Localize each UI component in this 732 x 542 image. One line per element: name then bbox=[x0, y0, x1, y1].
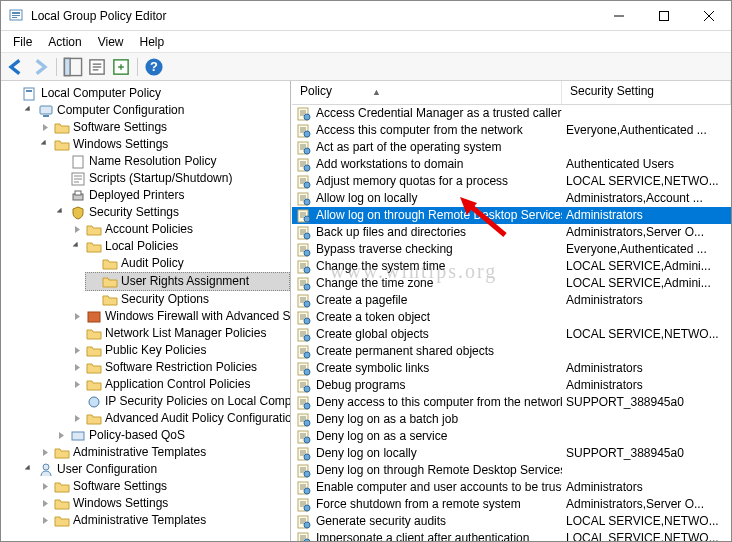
menu-file[interactable]: File bbox=[5, 33, 40, 51]
tree-item[interactable]: Advanced Audit Policy Configuration bbox=[69, 410, 290, 427]
expand-icon[interactable] bbox=[39, 498, 51, 510]
policy-row[interactable]: Create symbolic linksAdministrators bbox=[292, 360, 731, 377]
policy-name: Enable computer and user accounts to be … bbox=[316, 479, 562, 496]
policy-row[interactable]: Create a token object bbox=[292, 309, 731, 326]
expand-icon[interactable] bbox=[71, 362, 83, 374]
expand-icon[interactable] bbox=[55, 430, 67, 442]
policy-item-icon bbox=[296, 412, 312, 428]
policy-row[interactable]: Allow log on locallyAdministrators,Accou… bbox=[292, 190, 731, 207]
policy-row[interactable]: Add workstations to domainAuthenticated … bbox=[292, 156, 731, 173]
policy-row[interactable]: Access Credential Manager as a trusted c… bbox=[292, 105, 731, 122]
expand-icon[interactable] bbox=[71, 224, 83, 236]
svg-point-76 bbox=[304, 505, 310, 511]
tree-item[interactable]: Scripts (Startup/Shutdown) bbox=[53, 170, 290, 187]
tree-item[interactable]: Application Control Policies bbox=[69, 376, 290, 393]
policy-row[interactable]: Deny log on through Remote Desktop Servi… bbox=[292, 462, 731, 479]
help-button[interactable]: ? bbox=[143, 56, 165, 78]
policy-name: Back up files and directories bbox=[316, 224, 466, 241]
policy-row[interactable]: Back up files and directoriesAdministrat… bbox=[292, 224, 731, 241]
expand-icon[interactable] bbox=[71, 311, 83, 323]
policy-row[interactable]: Generate security auditsLOCAL SERVICE,NE… bbox=[292, 513, 731, 530]
tree-user-config[interactable]: User Configuration bbox=[21, 461, 290, 478]
tree-root[interactable]: Local Computer Policy bbox=[5, 85, 290, 102]
close-button[interactable] bbox=[686, 1, 731, 30]
tree-item[interactable]: Public Key Policies bbox=[69, 342, 290, 359]
expand-icon[interactable] bbox=[23, 105, 35, 117]
expand-icon[interactable] bbox=[71, 379, 83, 391]
expand-icon[interactable] bbox=[71, 345, 83, 357]
tree-label: Account Policies bbox=[105, 221, 193, 238]
tree-item[interactable]: Windows Settings bbox=[37, 495, 290, 512]
tree-item[interactable]: IP Security Policies on Local Computer bbox=[69, 393, 290, 410]
tree-item[interactable]: Software Restriction Policies bbox=[69, 359, 290, 376]
col-policy[interactable]: Policy▲ bbox=[292, 81, 562, 104]
menu-action[interactable]: Action bbox=[40, 33, 89, 51]
maximize-button[interactable] bbox=[641, 1, 686, 30]
tree-item[interactable]: Administrative Templates bbox=[37, 444, 290, 461]
policy-row[interactable]: Deny access to this computer from the ne… bbox=[292, 394, 731, 411]
minimize-button[interactable] bbox=[596, 1, 641, 30]
tree-item[interactable]: Software Settings bbox=[37, 478, 290, 495]
tree-item[interactable]: Network List Manager Policies bbox=[69, 325, 290, 342]
policy-row[interactable]: Debug programsAdministrators bbox=[292, 377, 731, 394]
expand-icon[interactable] bbox=[71, 241, 83, 253]
menu-help[interactable]: Help bbox=[132, 33, 173, 51]
policy-row[interactable]: Bypass traverse checkingEveryone,Authent… bbox=[292, 241, 731, 258]
policy-row[interactable]: Enable computer and user accounts to be … bbox=[292, 479, 731, 496]
policy-row[interactable]: Impersonate a client after authenticatio… bbox=[292, 530, 731, 541]
policy-row[interactable]: Deny log on as a batch job bbox=[292, 411, 731, 428]
policy-row[interactable]: Force shutdown from a remote systemAdmin… bbox=[292, 496, 731, 513]
policy-row[interactable]: Deny log on as a service bbox=[292, 428, 731, 445]
policy-item-icon bbox=[296, 208, 312, 224]
policy-row[interactable]: Create global objectsLOCAL SERVICE,NETWO… bbox=[292, 326, 731, 343]
forward-button[interactable] bbox=[29, 56, 51, 78]
tree-item[interactable]: Administrative Templates bbox=[37, 512, 290, 529]
policy-name: Add workstations to domain bbox=[316, 156, 463, 173]
column-headers: Policy▲ Security Setting bbox=[292, 81, 731, 105]
expand-icon[interactable] bbox=[39, 139, 51, 151]
collapse-icon[interactable] bbox=[7, 88, 19, 100]
expand-icon[interactable] bbox=[23, 464, 35, 476]
policy-row[interactable]: Change the time zoneLOCAL SERVICE,Admini… bbox=[292, 275, 731, 292]
expand-icon[interactable] bbox=[39, 447, 51, 459]
tree-computer-config[interactable]: Computer Configuration bbox=[21, 102, 290, 119]
tree-user-rights-assignment[interactable]: User Rights Assignment bbox=[85, 272, 290, 291]
tree-item[interactable]: Name Resolution Policy bbox=[53, 153, 290, 170]
tree-item[interactable]: Software Settings bbox=[37, 119, 290, 136]
tree-item[interactable]: Policy-based QoS bbox=[53, 427, 290, 444]
policy-row[interactable]: Create a pagefileAdministrators bbox=[292, 292, 731, 309]
policy-row[interactable]: Change the system timeLOCAL SERVICE,Admi… bbox=[292, 258, 731, 275]
col-security-setting[interactable]: Security Setting bbox=[562, 81, 731, 104]
tree-item[interactable]: Windows Settings bbox=[37, 136, 290, 153]
properties-button[interactable] bbox=[86, 56, 108, 78]
menubar: File Action View Help bbox=[1, 31, 731, 53]
policy-name: Bypass traverse checking bbox=[316, 241, 453, 258]
policy-row[interactable]: Adjust memory quotas for a processLOCAL … bbox=[292, 173, 731, 190]
expand-icon[interactable] bbox=[55, 207, 67, 219]
tree-local-policies[interactable]: Local Policies bbox=[69, 238, 290, 255]
policy-name: Adjust memory quotas for a process bbox=[316, 173, 508, 190]
tree-item[interactable]: Deployed Printers bbox=[53, 187, 290, 204]
show-hide-tree-button[interactable] bbox=[62, 56, 84, 78]
policy-row[interactable]: Act as part of the operating system bbox=[292, 139, 731, 156]
tree-security-settings[interactable]: Security Settings bbox=[53, 204, 290, 221]
policy-row[interactable]: Deny log on locallySUPPORT_388945a0 bbox=[292, 445, 731, 462]
list-body[interactable]: Access Credential Manager as a trusted c… bbox=[292, 105, 731, 541]
expand-icon[interactable] bbox=[39, 122, 51, 134]
menu-view[interactable]: View bbox=[90, 33, 132, 51]
expand-icon[interactable] bbox=[39, 515, 51, 527]
tree-item[interactable]: Audit Policy bbox=[85, 255, 290, 272]
app-icon bbox=[9, 8, 25, 24]
expand-icon[interactable] bbox=[71, 413, 83, 425]
policy-row[interactable]: Allow log on through Remote Desktop Serv… bbox=[292, 207, 731, 224]
tree-item[interactable]: Security Options bbox=[85, 291, 290, 308]
tree-item[interactable]: Windows Firewall with Advanced Security bbox=[69, 308, 290, 325]
tree-pane[interactable]: Local Computer Policy Computer Configura… bbox=[1, 81, 291, 541]
expand-icon[interactable] bbox=[39, 481, 51, 493]
tree-item[interactable]: Account Policies bbox=[69, 221, 290, 238]
back-button[interactable] bbox=[5, 56, 27, 78]
policy-row[interactable]: Create permanent shared objects bbox=[292, 343, 731, 360]
toolbar-separator bbox=[137, 58, 138, 76]
export-button[interactable] bbox=[110, 56, 132, 78]
policy-row[interactable]: Access this computer from the networkEve… bbox=[292, 122, 731, 139]
